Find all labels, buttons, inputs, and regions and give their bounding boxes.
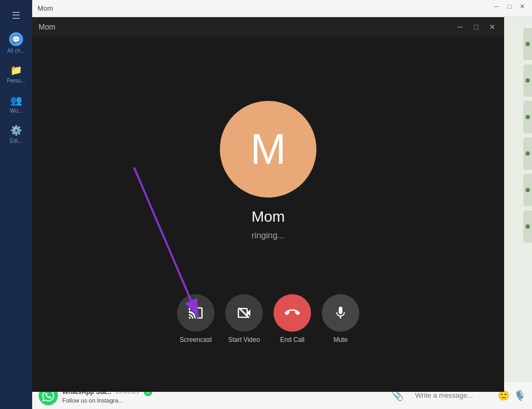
mic-icon[interactable]: 🎙️ <box>514 390 526 401</box>
sidebar-item-label: All ch... <box>8 48 25 54</box>
sidebar-item-personal[interactable]: 📁 Perso... <box>3 60 29 88</box>
maximize-button[interactable]: □ <box>505 2 514 11</box>
screencast-label: Screencast <box>180 336 212 344</box>
chat-tab-3[interactable] <box>523 101 532 133</box>
workspaces-icon: 👥 <box>10 94 22 106</box>
modal-minimize-button[interactable]: ─ <box>455 21 466 32</box>
end-call-btn-container: End Call <box>274 294 311 344</box>
personal-icon: 📁 <box>10 64 22 76</box>
app-title: Mom <box>38 4 53 12</box>
start-video-btn-container: Start Video <box>225 294 263 344</box>
modal-titlebar: Mom ─ □ ✕ <box>32 17 504 36</box>
sidebar-item-edit[interactable]: ⚙️ Edi... <box>3 120 29 148</box>
window-controls: ─ □ ✕ <box>492 2 527 11</box>
screencast-button[interactable] <box>177 294 215 332</box>
hamburger-menu[interactable]: ☰ <box>8 5 25 26</box>
modal-controls: ─ □ ✕ <box>455 21 498 32</box>
avatar: M <box>220 101 316 198</box>
sidebar: ☰ 💬 All ch... 📁 Perso... 👥 Wo... ⚙️ Edi.… <box>0 0 32 409</box>
avatar-initial: M <box>250 125 286 174</box>
call-buttons-row: Screencast Start Video <box>177 294 359 344</box>
chat-tab-6[interactable] <box>523 210 532 243</box>
screencast-btn-container: Screencast <box>177 294 215 344</box>
contact-name: Mom <box>252 208 285 225</box>
call-buttons: Screencast Start Video <box>177 294 359 344</box>
mute-label: Mute <box>334 336 348 344</box>
mute-button[interactable] <box>322 294 359 332</box>
modal-close-button[interactable]: ✕ <box>487 21 498 32</box>
mute-btn-container: Mute <box>322 294 359 344</box>
sidebar-item-workspaces[interactable]: 👥 Wo... <box>3 90 29 118</box>
top-bar: Mom ─ □ ✕ <box>32 0 532 17</box>
chat-tab-5[interactable] <box>523 174 532 206</box>
start-video-label: Start Video <box>228 336 260 344</box>
modal-maximize-button[interactable]: □ <box>471 21 482 32</box>
chat-tab-4[interactable] <box>523 137 532 170</box>
chat-tab-1[interactable] <box>523 28 532 60</box>
close-button[interactable]: ✕ <box>518 2 527 11</box>
call-status: ringing... <box>252 231 284 240</box>
wa-message: Follow us on Instagra... <box>62 397 152 404</box>
end-call-label: End Call <box>280 336 304 344</box>
modal-title: Mom <box>39 23 55 31</box>
sidebar-item-label: Wo... <box>10 108 22 114</box>
minimize-button[interactable]: ─ <box>492 2 501 11</box>
chat-tab-2[interactable] <box>523 64 532 97</box>
sidebar-item-all-chats[interactable]: 💬 All ch... <box>3 28 29 58</box>
avatar-area: M Mom ringing... <box>220 101 316 240</box>
sidebar-item-label: Perso... <box>7 78 25 84</box>
all-chats-icon: 💬 <box>9 32 23 46</box>
end-call-button[interactable] <box>274 294 311 332</box>
edit-icon: ⚙️ <box>10 125 22 136</box>
sidebar-item-label: Edi... <box>10 138 23 144</box>
start-video-button[interactable] <box>225 294 263 332</box>
